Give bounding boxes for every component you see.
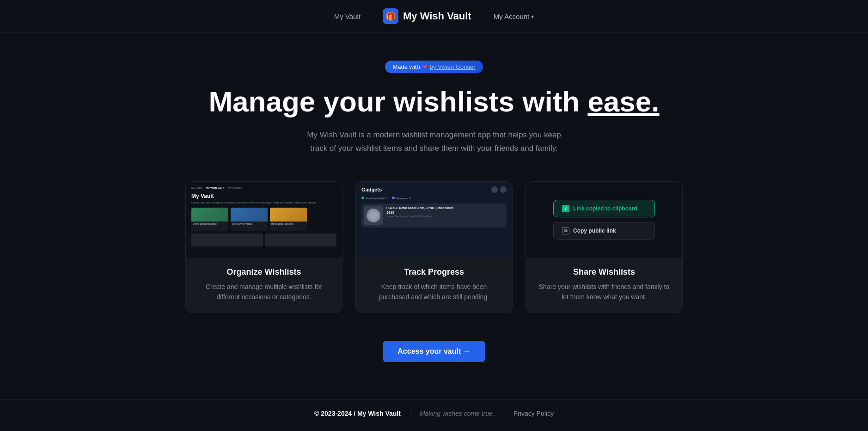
- feature-desc-share: Share your wishlists with friends and fa…: [536, 282, 672, 302]
- privacy-policy-link[interactable]: Privacy Policy: [513, 410, 554, 417]
- nav-brand-label: My Wish Vault: [403, 10, 471, 22]
- hero-title-highlight: ease.: [587, 86, 659, 117]
- footer: © 2023-2024 / My Wish Vault Making wishe…: [0, 399, 868, 427]
- feature-desc-organize: Create and manage multiple wishlists for…: [196, 282, 332, 302]
- feature-preview-track: Gadgets Available Wishs 5 Reserved 3: [356, 182, 512, 258]
- puzzle-icon: [367, 209, 380, 222]
- track-item-name: HUZZLE Rotor Casse-Tête, CPROT, Multicol…: [386, 206, 504, 209]
- feature-preview-share: ✓ Link copied to clipboard ⧉ Copy public…: [526, 182, 682, 258]
- feature-card-share: ✓ Link copied to clipboard ⧉ Copy public…: [526, 181, 683, 313]
- feature-info-track: Track Progress Keep track of which items…: [356, 258, 512, 313]
- cta-label: Access your vault →: [397, 347, 470, 356]
- copy-public-link-btn[interactable]: ⧉ Copy public link: [553, 222, 655, 240]
- check-icon: ✓: [562, 205, 569, 212]
- feature-title-share: Share Wishlists: [536, 267, 672, 277]
- feature-info-share: Share Wishlists Share your wishlists wit…: [526, 258, 682, 313]
- made-with-badge: Made with ❤ by Vivien Gontier: [385, 61, 483, 73]
- heart-icon: ❤: [422, 63, 428, 70]
- nav-account-menu[interactable]: My Account ▾: [494, 12, 534, 20]
- share-copied-btn[interactable]: ✓ Link copied to clipboard: [553, 200, 655, 217]
- features-section: My Vault My Wish Vault My Account My Vau…: [180, 181, 688, 313]
- track-item-subtitle: Casse-Tête Huzzle Cast ROTOR (diff.6): [386, 215, 504, 218]
- track-icon-1: [491, 186, 498, 193]
- track-item-content: HUZZLE Rotor Casse-Tête, CPROT, Multicol…: [386, 206, 504, 218]
- chevron-down-icon: ▾: [531, 13, 534, 20]
- stat-dot-available: [361, 197, 364, 199]
- nav-account-label: My Account: [494, 12, 530, 20]
- feature-title-track: Track Progress: [366, 267, 502, 277]
- track-list-title: Gadgets: [361, 187, 382, 192]
- navbar: My Vault 🎁 My Wish Vault My Account ▾: [0, 0, 868, 33]
- stat-dot-reserved: [392, 197, 395, 199]
- track-item: HUZZLE Rotor Casse-Tête, CPROT, Multicol…: [361, 203, 507, 228]
- footer-copyright: © 2023-2024 / My Wish Vault: [314, 410, 401, 417]
- stat-available-label: Available Wishs: [366, 197, 385, 200]
- mockup-share: ✓ Link copied to clipboard ⧉ Copy public…: [526, 182, 682, 258]
- feature-desc-track: Keep track of which items have been purc…: [366, 282, 502, 302]
- hero-subtitle: My Wish Vault is a modern wishlist manag…: [300, 129, 568, 155]
- copy-icon: ⧉: [562, 227, 569, 234]
- gift-icon: 🎁: [385, 11, 396, 21]
- track-icon-2: [500, 186, 507, 193]
- nav-brand: 🎁 My Wish Vault: [383, 8, 471, 24]
- footer-divider-2: [504, 410, 504, 417]
- stat-reserved-label: Reserved: [396, 197, 408, 200]
- nav-brand-icon: 🎁: [383, 8, 398, 24]
- mockup-track: Gadgets Available Wishs 5 Reserved 3: [356, 182, 512, 258]
- nav-vault-link[interactable]: My Vault: [334, 12, 361, 20]
- feature-title-organize: Organize Wishlists: [196, 267, 332, 277]
- access-vault-button[interactable]: Access your vault →: [383, 341, 485, 362]
- feature-preview-organize: My Vault My Wish Vault My Account My Vau…: [186, 182, 342, 258]
- mockup-organize: My Vault My Wish Vault My Account My Vau…: [186, 182, 342, 258]
- hero-title-start: Manage your wishlists with: [208, 86, 587, 117]
- feature-card-track: Gadgets Available Wishs 5 Reserved 3: [355, 181, 513, 313]
- track-stats: Available Wishs 5 Reserved 3: [361, 197, 507, 200]
- footer-tagline: Making wishes come true.: [420, 410, 495, 417]
- feature-card-organize: My Vault My Wish Vault My Account My Vau…: [185, 181, 342, 313]
- track-item-price: 14.8€: [386, 211, 504, 214]
- feature-info-organize: Organize Wishlists Create and manage mul…: [186, 258, 342, 313]
- copy-public-link-label: Copy public link: [573, 228, 616, 234]
- author-link[interactable]: by Vivien Gontier: [430, 63, 476, 70]
- share-copied-label: Link copied to clipboard: [573, 205, 637, 212]
- badge-made-with-text: Made with: [392, 63, 420, 70]
- track-item-image: [364, 206, 383, 225]
- main-content: Made with ❤ by Vivien Gontier Manage you…: [0, 33, 868, 399]
- footer-divider: [410, 410, 410, 417]
- hero-title: Manage your wishlists with ease.: [208, 86, 659, 117]
